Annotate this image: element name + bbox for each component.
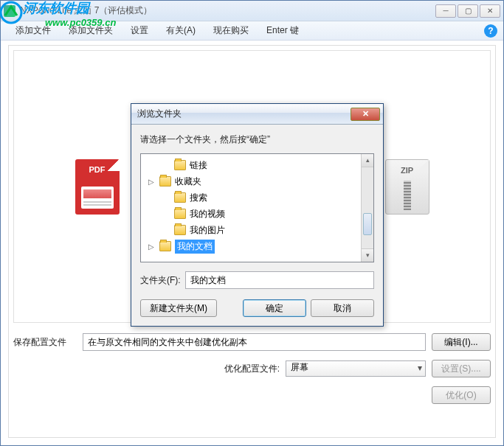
menu-buy-now[interactable]: 现在购买: [204, 21, 258, 40]
window-title: NXPowerLite 桌面 7（评估模式）: [20, 4, 435, 17]
window-controls: ─ ▢ ✕: [435, 4, 500, 18]
tree-item-label: 我的视频: [190, 208, 225, 220]
close-button[interactable]: ✕: [480, 4, 500, 18]
folder-icon: [174, 160, 186, 170]
minimize-button[interactable]: ─: [435, 4, 456, 18]
folder-name-label: 文件夹(F):: [140, 274, 181, 287]
tree-item-label: 搜索: [190, 192, 207, 204]
save-profile-label: 保存配置文件: [13, 336, 77, 349]
dialog-actions: 新建文件夹(M) 确定 取消: [140, 299, 374, 317]
scrollbar-thumb[interactable]: [363, 213, 372, 235]
zip-icon: [385, 159, 429, 215]
optimize-row: 优化(O): [13, 386, 491, 404]
menubar: 添加文件 添加文件夹 设置 有关(A) 现在购买 Enter 键 ?: [1, 21, 503, 41]
tree-item[interactable]: 搜索: [141, 189, 373, 206]
dialog-titlebar: 浏览文件夹 ✕: [131, 104, 383, 125]
folder-icon: [159, 241, 171, 251]
pdf-icon: [75, 159, 120, 215]
save-profile-row: 保存配置文件 编辑(I)...: [13, 333, 491, 351]
tree-expander-icon[interactable]: ▷: [147, 178, 156, 186]
form-area: 保存配置文件 编辑(I)... 优化配置文件: 屏幕 设置(S).... 优化(…: [13, 333, 491, 413]
edit-button[interactable]: 编辑(I)...: [432, 333, 491, 351]
tree-item[interactable]: 我的视频: [141, 206, 373, 222]
save-profile-input[interactable]: [83, 333, 426, 351]
ok-button[interactable]: 确定: [243, 299, 306, 317]
optimize-button: 优化(O): [432, 386, 491, 404]
cancel-button[interactable]: 取消: [311, 299, 374, 317]
help-icon[interactable]: ?: [484, 24, 497, 38]
settings-button: 设置(S)....: [432, 360, 491, 377]
dialog-instruction: 请选择一个文件夹，然后按“确定”: [140, 133, 374, 146]
dialog-title: 浏览文件夹: [137, 108, 351, 120]
menu-settings[interactable]: 设置: [122, 21, 157, 40]
tree-expander-icon[interactable]: ▷: [147, 243, 156, 251]
folder-icon: [174, 192, 186, 203]
maximize-button[interactable]: ▢: [458, 4, 478, 18]
tree-item-label: 收藏夹: [175, 175, 201, 188]
tree-item[interactable]: 链接: [141, 157, 373, 173]
dialog-close-button[interactable]: ✕: [351, 108, 380, 121]
menu-add-folder[interactable]: 添加文件夹: [60, 21, 122, 40]
app-icon: [4, 5, 15, 17]
folder-name-row: 文件夹(F):: [140, 271, 374, 289]
dialog-body: 请选择一个文件夹，然后按“确定” 链接▷收藏夹搜索我的视频我的图片▷我的文档 文…: [131, 125, 383, 326]
browse-folder-dialog: 浏览文件夹 ✕ 请选择一个文件夹，然后按“确定” 链接▷收藏夹搜索我的视频我的图…: [131, 103, 384, 327]
opt-profile-row: 优化配置文件: 屏幕 设置(S)....: [13, 360, 491, 377]
tree-scrollbar[interactable]: [361, 154, 373, 262]
tree-item-label: 我的图片: [190, 224, 225, 237]
folder-icon: [174, 225, 186, 235]
menu-about[interactable]: 有关(A): [157, 21, 204, 40]
opt-profile-label: 优化配置文件:: [224, 363, 280, 375]
folder-name-input[interactable]: [185, 271, 374, 289]
menu-add-file[interactable]: 添加文件: [7, 21, 60, 40]
tree-item[interactable]: ▷收藏夹: [141, 173, 373, 189]
opt-profile-combo[interactable]: 屏幕: [286, 360, 426, 377]
opt-profile-value: 屏幕: [291, 362, 308, 372]
folder-icon: [174, 209, 186, 219]
tree-item[interactable]: 我的图片: [141, 222, 373, 238]
tree-item[interactable]: ▷我的文档: [141, 238, 373, 254]
tree-item-label: 我的文档: [175, 240, 215, 254]
titlebar: NXPowerLite 桌面 7（评估模式） ─ ▢ ✕: [1, 1, 503, 21]
folder-icon: [159, 176, 171, 187]
tree-item-label: 链接: [190, 159, 207, 172]
menu-enter-key[interactable]: Enter 键: [258, 21, 308, 40]
new-folder-button[interactable]: 新建文件夹(M): [140, 299, 217, 317]
folder-tree[interactable]: 链接▷收藏夹搜索我的视频我的图片▷我的文档: [140, 153, 374, 262]
